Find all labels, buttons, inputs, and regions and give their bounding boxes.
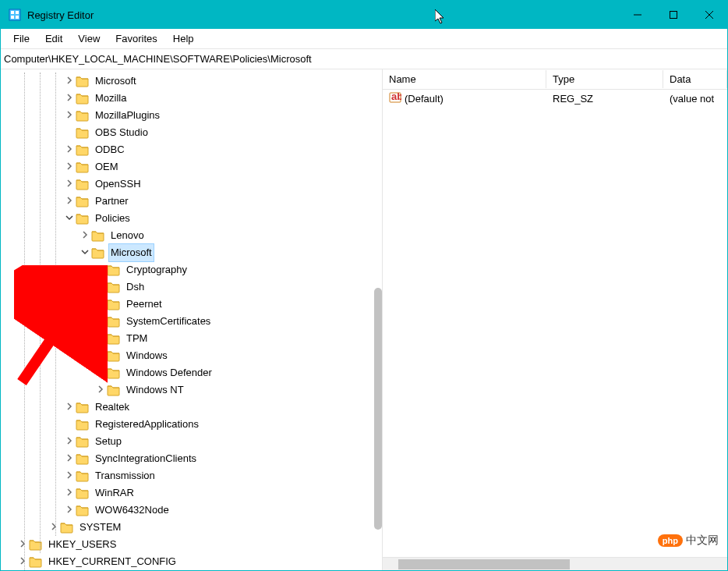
watermark-pill: php — [658, 534, 683, 547]
tree-node-label: Microsoft — [93, 72, 139, 90]
tree-node[interactable]: Microsoft — [1, 244, 382, 261]
tree-node[interactable]: WOW6432Node — [1, 502, 382, 519]
tree-node[interactable]: TPM — [1, 330, 382, 347]
chevron-right-icon[interactable] — [63, 399, 76, 416]
svg-rect-2 — [16, 11, 19, 14]
tree-node-label: Cryptography — [124, 261, 189, 279]
tree-node[interactable]: Mozilla — [1, 90, 382, 107]
tree-node-label: HKEY_USERS — [46, 535, 118, 554]
tree-pane[interactable]: MicrosoftMozillaMozillaPlugins OBS Studi… — [1, 69, 383, 570]
chevron-right-icon[interactable] — [48, 519, 60, 536]
regedit-icon — [9, 9, 21, 21]
string-value-icon: ab — [389, 91, 401, 106]
registry-editor-window: Registry Editor File Edit View Favorites… — [0, 0, 728, 571]
maximize-button[interactable] — [656, 1, 691, 29]
tree-node-label: RegisteredApplications — [93, 415, 201, 434]
tree-node[interactable]: Peernet — [1, 296, 382, 313]
tree-node-label: OBS Studio — [93, 123, 150, 142]
chevron-right-icon[interactable] — [63, 90, 76, 107]
tree-node[interactable]: Dsh — [1, 278, 382, 296]
chevron-right-icon[interactable] — [16, 536, 29, 553]
tree-node-label: Windows Defender — [124, 364, 214, 382]
tree-node[interactable]: Setup — [1, 433, 382, 450]
tree-node-label: Windows — [124, 346, 170, 365]
chevron-down-icon[interactable] — [63, 210, 76, 227]
chevron-right-icon[interactable] — [63, 73, 76, 90]
tree-node-label: WOW6432Node — [93, 501, 171, 520]
chevron-right-icon[interactable] — [94, 347, 107, 364]
window-title: Registry Editor — [27, 9, 94, 21]
chevron-right-icon[interactable] — [16, 553, 29, 570]
address-path: Computer\HKEY_LOCAL_MACHINE\SOFTWARE\Pol… — [4, 53, 312, 65]
chevron-right-icon[interactable] — [63, 141, 76, 158]
menubar: File Edit View Favorites Help — [1, 29, 727, 49]
tree-node-label: OEM — [93, 158, 121, 176]
titlebar[interactable]: Registry Editor — [1, 1, 727, 29]
menu-view[interactable]: View — [70, 30, 108, 47]
tree-node[interactable]: SystemCertificates — [1, 313, 382, 330]
hscrollbar-thumb[interactable] — [398, 559, 570, 569]
tree-node[interactable]: Windows Defender — [1, 364, 382, 381]
tree-node[interactable]: Policies — [1, 210, 382, 227]
registry-tree: MicrosoftMozillaMozillaPlugins OBS Studi… — [1, 73, 382, 570]
chevron-right-icon[interactable] — [63, 467, 76, 484]
value-row[interactable]: ab (Default) REG_SZ (value not — [383, 90, 727, 107]
chevron-right-icon[interactable] — [94, 261, 107, 278]
tree-node[interactable]: Cryptography — [1, 261, 382, 278]
menu-file[interactable]: File — [5, 30, 37, 47]
chevron-right-icon[interactable] — [94, 364, 107, 381]
tree-node[interactable]: ODBC — [1, 141, 382, 158]
tree-node[interactable]: Microsoft — [1, 73, 382, 90]
tree-node-label: MozillaPlugins — [93, 106, 162, 125]
values-header: Name Type Data — [383, 69, 727, 90]
address-bar[interactable]: Computer\HKEY_LOCAL_MACHINE\SOFTWARE\Pol… — [1, 49, 727, 69]
chevron-right-icon[interactable] — [94, 313, 107, 330]
tree-node[interactable]: Realtek — [1, 399, 382, 416]
tree-node[interactable]: HKEY_USERS — [1, 536, 382, 553]
tree-node-label: Lenovo — [108, 226, 147, 245]
close-button[interactable] — [691, 1, 727, 29]
tree-node[interactable]: HKEY_CURRENT_CONFIG — [1, 553, 382, 570]
chevron-right-icon[interactable] — [63, 484, 76, 502]
chevron-right-icon[interactable] — [63, 433, 76, 450]
tree-node[interactable]: RegisteredApplications — [1, 416, 382, 433]
chevron-right-icon[interactable] — [63, 158, 76, 176]
chevron-right-icon[interactable] — [63, 107, 76, 124]
tree-node-label: OpenSSH — [93, 175, 143, 193]
chevron-right-icon[interactable] — [79, 227, 91, 244]
tree-node-label: Partner — [93, 192, 131, 211]
column-type[interactable]: Type — [546, 70, 663, 88]
minimize-button[interactable] — [620, 1, 656, 29]
tree-scrollbar-thumb[interactable] — [374, 288, 382, 530]
tree-node-label: SYSTEM — [77, 518, 123, 537]
menu-favorites[interactable]: Favorites — [108, 30, 164, 47]
tree-node[interactable]: OBS Studio — [1, 124, 382, 141]
values-hscrollbar[interactable] — [383, 557, 727, 570]
column-name[interactable]: Name — [383, 70, 546, 88]
tree-node[interactable]: SYSTEM — [1, 519, 382, 536]
chevron-down-icon[interactable] — [79, 244, 91, 261]
svg-rect-3 — [11, 16, 14, 19]
watermark-text: 中文网 — [686, 534, 719, 548]
tree-node[interactable]: Lenovo — [1, 227, 382, 244]
tree-node[interactable]: Partner — [1, 193, 382, 210]
body-split: MicrosoftMozillaMozillaPlugins OBS Studi… — [1, 69, 727, 570]
tree-node[interactable]: SyncIntegrationClients — [1, 450, 382, 467]
chevron-right-icon[interactable] — [63, 176, 76, 193]
tree-node[interactable]: Windows NT — [1, 381, 382, 399]
tree-node[interactable]: OpenSSH — [1, 176, 382, 193]
menu-help[interactable]: Help — [165, 30, 202, 47]
column-data[interactable]: Data — [663, 70, 727, 88]
values-list[interactable]: ab (Default) REG_SZ (value not — [383, 90, 727, 557]
chevron-right-icon[interactable] — [94, 381, 107, 399]
svg-rect-6 — [670, 12, 677, 19]
chevron-right-icon[interactable] — [63, 193, 76, 210]
tree-node[interactable]: MozillaPlugins — [1, 107, 382, 124]
tree-node[interactable]: Transmission — [1, 467, 382, 484]
tree-node[interactable]: WinRAR — [1, 484, 382, 502]
chevron-right-icon[interactable] — [63, 502, 76, 519]
menu-edit[interactable]: Edit — [37, 30, 70, 47]
tree-node[interactable]: Windows — [1, 347, 382, 364]
tree-node[interactable]: OEM — [1, 158, 382, 176]
chevron-right-icon[interactable] — [63, 450, 76, 467]
